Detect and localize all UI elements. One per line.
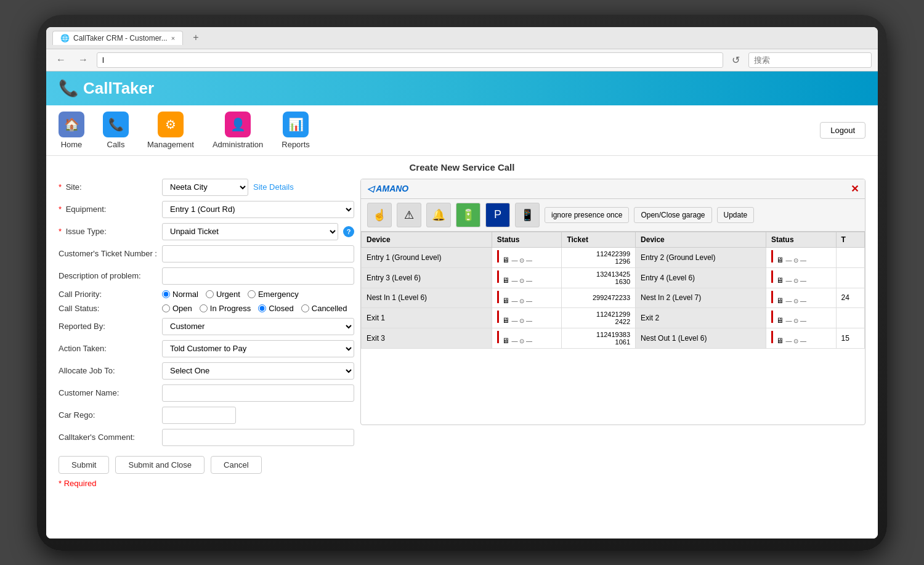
extra-cell [836, 267, 865, 288]
status-cancelled-label[interactable]: Cancelled [301, 304, 347, 313]
logout-button[interactable]: Logout [820, 122, 865, 139]
tablet-frame: 🌐 CallTaker CRM - Customer... × + ← → ↺ … [37, 15, 887, 551]
reported-by-select[interactable]: Customer [162, 318, 354, 335]
col-ticket: Ticket [562, 232, 636, 247]
status-cancelled-radio[interactable] [301, 304, 309, 312]
nav-item-reports[interactable]: 📊 Reports [282, 112, 310, 149]
open-close-garage-btn[interactable]: Open/Close garage [634, 207, 711, 223]
action-taken-row: Action Taken: Told Customer to Pay [59, 340, 354, 357]
nav-item-home[interactable]: 🏠 Home [59, 112, 84, 149]
priority-emergency-radio[interactable] [248, 290, 256, 298]
allocate-job-select[interactable]: Select One [162, 362, 354, 380]
issue-type-select[interactable]: Unpaid Ticket [162, 223, 338, 240]
calltaker-comment-input[interactable] [162, 429, 354, 446]
issue-type-label: * Issue Type: [59, 227, 157, 236]
device2-cell: Nest In 2 (Level 7) [636, 288, 766, 307]
customer-name-label: Customer Name: [59, 388, 157, 397]
amano-device-table: Device Status Ticket Device Status T [361, 232, 865, 349]
update-btn[interactable]: Update [717, 207, 755, 223]
device-icon: 🖥 [776, 256, 784, 264]
col-status2: Status [766, 232, 836, 247]
status-open-radio[interactable] [162, 304, 170, 312]
calltaker-comment-label: Calltaker's Comment: [59, 433, 157, 442]
car-rego-input[interactable] [162, 407, 236, 424]
call-status-row: Call Status: Open In Progress [59, 304, 354, 313]
device1-cell: Nest In 1 (Level 6) [362, 288, 492, 307]
amano-header: ◁ AMANO ✕ [361, 179, 865, 199]
extra-cell: 15 [836, 328, 865, 348]
priority-radio-group: Normal Urgent Emergency [162, 290, 354, 299]
tab-title: CallTaker CRM - Customer... [73, 34, 168, 43]
device-btn[interactable]: 📱 [515, 203, 540, 227]
site-select[interactable]: Neeta City [162, 179, 248, 196]
device-icon: 🖥 [776, 296, 784, 305]
device-icon: 🖥 [776, 316, 784, 325]
priority-normal-radio[interactable] [162, 290, 170, 298]
logo-text: CallTaker [83, 79, 154, 98]
device2-cell: Nest Out 1 (Level 6) [636, 328, 766, 348]
site-details-link[interactable]: Site Details [253, 182, 294, 192]
reports-icon: 📊 [283, 112, 309, 137]
description-row: Description of problem: [59, 267, 354, 285]
nav-item-administration[interactable]: 👤 Administration [213, 112, 263, 149]
forward-btn[interactable]: → [75, 53, 92, 67]
description-input[interactable] [162, 267, 354, 285]
ticket-cell: 1124193831061 [562, 328, 636, 348]
fingerprint-btn[interactable]: ☝ [367, 203, 392, 227]
submit-close-button[interactable]: Submit and Close [115, 456, 205, 474]
reported-by-row: Reported By: Customer [59, 318, 354, 335]
call-status-label: Call Status: [59, 304, 157, 313]
status-closed-radio[interactable] [258, 304, 266, 312]
status-inprogress-label[interactable]: In Progress [200, 304, 251, 313]
battery-btn[interactable]: 🔋 [456, 203, 480, 227]
priority-emergency-label[interactable]: Emergency [248, 290, 299, 299]
ticket-cell: 1324134251630 [562, 267, 636, 288]
ticket-cell: 1124212992422 [562, 307, 636, 328]
equipment-select[interactable]: Entry 1 (Court Rd) [162, 201, 354, 218]
search-bar[interactable] [748, 52, 872, 68]
description-label: Description of problem: [59, 271, 157, 280]
status-open-label[interactable]: Open [162, 304, 192, 313]
url-bar[interactable] [97, 52, 723, 68]
table-row: Entry 1 (Ground Level) 🖥 — ⊙ — 112422399… [362, 247, 865, 267]
active-tab[interactable]: 🌐 CallTaker CRM - Customer... × [52, 31, 183, 45]
action-taken-select[interactable]: Told Customer to Pay [162, 340, 354, 357]
new-tab-btn[interactable]: + [188, 31, 203, 44]
status-inprogress-radio[interactable] [200, 304, 208, 312]
col-extra: T [836, 232, 865, 247]
customer-ticket-row: Customer's Ticket Number : [59, 245, 354, 262]
customer-ticket-input[interactable] [162, 245, 354, 262]
table-row: Exit 1 🖥 — ⊙ — 1124212992422 Exit 2 [362, 307, 865, 328]
bell-btn[interactable]: 🔔 [426, 203, 451, 227]
warning-btn[interactable]: ⚠ [397, 203, 421, 227]
priority-urgent-radio[interactable] [206, 290, 214, 298]
nav-label-reports: Reports [282, 140, 310, 149]
device1-cell: Entry 3 (Level 6) [362, 267, 492, 288]
refresh-btn[interactable]: ↺ [728, 53, 744, 67]
status-closed-label[interactable]: Closed [258, 304, 293, 313]
ignore-presence-btn[interactable]: ignore presence once [545, 207, 629, 223]
customer-name-input[interactable] [162, 384, 354, 402]
nav-item-calls[interactable]: 📞 Calls [103, 112, 129, 149]
back-btn[interactable]: ← [52, 53, 70, 67]
extra-cell: 24 [836, 288, 865, 307]
amano-close-btn[interactable]: ✕ [851, 183, 859, 195]
help-icon[interactable]: ? [343, 226, 354, 237]
status2-cell: 🖥 — ⊙ — [766, 267, 836, 288]
nav-item-management[interactable]: ⚙ Management [147, 112, 194, 149]
cancel-button[interactable]: Cancel [211, 456, 261, 474]
form-buttons: Submit Submit and Close Cancel [59, 456, 354, 474]
priority-normal-label[interactable]: Normal [162, 290, 198, 299]
nav-items: 🏠 Home 📞 Calls ⚙ Management 👤 Administra… [59, 112, 310, 149]
device-icon: 🖥 [776, 336, 784, 345]
submit-button[interactable]: Submit [59, 456, 109, 474]
parking-btn[interactable]: P [485, 203, 510, 227]
priority-urgent-label[interactable]: Urgent [206, 290, 240, 299]
col-device2: Device [636, 232, 766, 247]
home-icon: 🏠 [59, 112, 84, 137]
status2-cell: 🖥 — ⊙ — [766, 328, 836, 348]
tab-close-btn[interactable]: × [171, 35, 175, 42]
management-icon: ⚙ [158, 112, 184, 137]
form-panel: * Site: Neeta City Site Details * Equipm… [59, 179, 354, 488]
app-nav: 🏠 Home 📞 Calls ⚙ Management 👤 Administra… [46, 105, 878, 156]
